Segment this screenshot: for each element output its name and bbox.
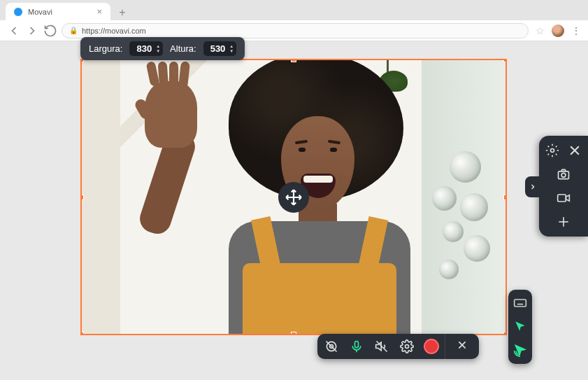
tab-strip: Movavi × + bbox=[0, 0, 588, 20]
height-label: Altura: bbox=[170, 43, 196, 54]
dimension-bar[interactable]: Largura: 830 ▲▼ Altura: 530 ▲▼ bbox=[80, 37, 245, 60]
resize-handle-br[interactable] bbox=[503, 332, 507, 335]
expand-panel-button[interactable] bbox=[525, 176, 540, 197]
width-input[interactable]: 830 ▲▼ bbox=[129, 41, 163, 56]
reload-button[interactable] bbox=[43, 24, 57, 38]
panel-settings-icon[interactable] bbox=[545, 143, 560, 158]
svg-rect-17 bbox=[515, 300, 526, 307]
menu-icon[interactable]: ⋮ bbox=[571, 25, 581, 36]
add-button[interactable] bbox=[556, 214, 571, 230]
side-panel bbox=[539, 136, 588, 237]
forward-button[interactable] bbox=[25, 24, 39, 38]
address-bar[interactable]: 🔒 https://movavi.com bbox=[62, 23, 529, 38]
svg-point-6 bbox=[406, 345, 409, 349]
capture-selection[interactable] bbox=[80, 59, 507, 335]
svg-point-9 bbox=[551, 149, 554, 153]
profile-avatar[interactable] bbox=[552, 24, 564, 37]
keyboard-overlay-button[interactable] bbox=[512, 295, 528, 311]
system-audio-toggle-button[interactable] bbox=[373, 338, 390, 355]
settings-button[interactable] bbox=[399, 338, 415, 355]
svg-rect-12 bbox=[559, 171, 569, 179]
new-tab-button[interactable]: + bbox=[115, 5, 130, 20]
click-effect-button[interactable] bbox=[512, 343, 528, 358]
resize-handle-tr[interactable] bbox=[503, 59, 507, 62]
screenshot-button[interactable] bbox=[556, 167, 571, 182]
browser-tab[interactable]: Movavi × bbox=[6, 3, 110, 20]
browser-chrome: Movavi × + 🔒 https://movavi.com ☆ ⋮ bbox=[0, 0, 588, 41]
lock-icon: 🔒 bbox=[69, 27, 78, 34]
height-spinner[interactable]: ▲▼ bbox=[229, 44, 234, 53]
svg-rect-14 bbox=[558, 195, 566, 202]
svg-point-13 bbox=[561, 173, 566, 177]
microphone-toggle-button[interactable] bbox=[348, 338, 365, 355]
close-toolbar-button[interactable] bbox=[457, 339, 468, 354]
tab-close-icon[interactable]: × bbox=[96, 6, 102, 17]
resize-handle-tm[interactable] bbox=[291, 59, 296, 62]
width-value: 830 bbox=[136, 43, 152, 54]
resize-handle-bm[interactable] bbox=[291, 332, 296, 335]
recording-toolbar bbox=[317, 334, 479, 359]
resize-handle-mr[interactable] bbox=[503, 195, 507, 200]
width-label: Largura: bbox=[89, 43, 122, 54]
resize-handle-ml[interactable] bbox=[80, 195, 84, 200]
svg-rect-3 bbox=[355, 342, 359, 348]
panel-close-icon[interactable] bbox=[567, 143, 582, 158]
height-input[interactable]: 530 ▲▼ bbox=[203, 41, 237, 56]
video-record-button[interactable] bbox=[556, 190, 571, 206]
width-spinner[interactable]: ▲▼ bbox=[156, 44, 160, 53]
resize-handle-bl[interactable] bbox=[80, 332, 84, 335]
back-button[interactable] bbox=[7, 24, 21, 38]
url-text: https://movavi.com bbox=[82, 27, 146, 35]
tab-favicon-icon bbox=[14, 8, 22, 16]
bookmark-icon[interactable]: ☆ bbox=[536, 25, 545, 36]
tab-title: Movavi bbox=[28, 8, 52, 16]
move-handle[interactable] bbox=[278, 182, 309, 213]
page-area: Largura: 830 ▲▼ Altura: 530 ▲▼ bbox=[0, 41, 588, 380]
cursor-highlight-button[interactable] bbox=[512, 319, 528, 335]
record-button[interactable] bbox=[424, 339, 439, 354]
effects-panel bbox=[508, 290, 532, 364]
webcam-toggle-button[interactable] bbox=[323, 338, 340, 355]
height-value: 530 bbox=[210, 43, 226, 54]
